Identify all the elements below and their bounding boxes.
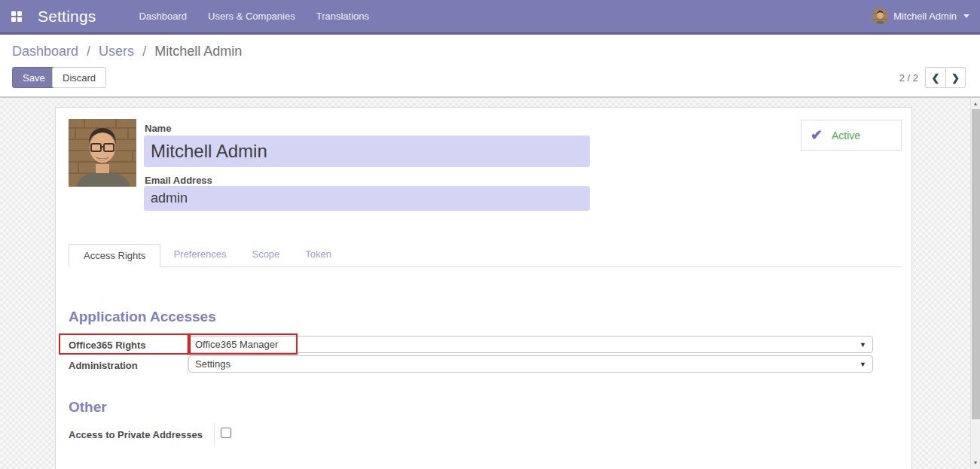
scroll-up-icon[interactable]: ▲ [971,101,980,106]
vertical-scrollbar[interactable]: ▲ ▼ [970,98,980,469]
apps-grid-icon[interactable] [11,11,22,22]
chevron-left-icon: ❮ [932,72,940,84]
email-input[interactable]: admin [144,186,590,211]
dropdown-arrow-icon: ▼ [859,361,866,368]
nav-item-dashboard[interactable]: Dashboard [139,0,187,32]
check-icon: ✔ [811,128,823,142]
scrollbar-thumb[interactable] [972,109,980,419]
active-stat-label: Active [832,129,860,142]
tab-preferences[interactable]: Preferences [160,243,239,266]
chevron-down-icon [963,14,969,18]
private-addresses-checkbox[interactable] [221,428,231,438]
administration-label: Administration [69,360,138,371]
section-title-application-accesses: Application Accesses [69,309,216,325]
app-title: Settings [38,8,96,26]
private-addresses-label-cell: Access to Private Addresses [60,423,215,446]
name-input[interactable]: Mitchell Admin [144,136,590,167]
discard-button[interactable]: Discard [52,67,106,88]
nav-item-users-companies[interactable]: Users & Companies [208,0,295,32]
office365-rights-select[interactable]: Office365 Manager ▼ [188,336,873,353]
breadcrumb-dashboard[interactable]: Dashboard [12,44,78,59]
nav-menu: Dashboard Users & Companies Translations [139,0,369,32]
office365-rights-label: Office365 Rights [69,340,146,351]
breadcrumb-separator: / [87,44,90,59]
tab-token[interactable]: Token [292,243,344,266]
active-stat-button[interactable]: ✔ Active [801,120,902,151]
administration-value: Settings [195,358,230,370]
chevron-right-icon: ❯ [951,72,960,84]
scroll-down-icon[interactable]: ▼ [971,460,980,465]
administration-select[interactable]: Settings ▼ [188,355,873,373]
top-navbar: Settings Dashboard Users & Companies Tra… [0,0,980,35]
section-title-other: Other [69,399,107,416]
office365-rights-label-cell: Office365 Rights [60,335,188,355]
navbar-avatar [872,8,888,24]
private-addresses-label: Access to Private Addresses [69,429,203,440]
dropdown-arrow-icon: ▼ [859,341,866,349]
breadcrumb: Dashboard / Users / Mitchell Admin [12,44,242,59]
user-menu[interactable]: Mitchell Admin [872,0,969,32]
pager-count: 2 / 2 [899,72,918,84]
pager-previous-button[interactable]: ❮ [925,67,945,88]
breadcrumb-separator: / [142,44,146,59]
tab-scope[interactable]: Scope [239,243,292,266]
breadcrumb-users[interactable]: Users [99,44,134,59]
email-field-label: Email Address [145,175,212,186]
breadcrumb-current: Mitchell Admin [154,44,242,59]
administration-label-cell: Administration [60,355,188,375]
tab-access-rights[interactable]: Access Rights [69,244,160,267]
form-sheet: Name Mitchell Admin Email Address admin … [55,107,912,469]
pager-next-button[interactable]: ❯ [945,67,966,88]
user-photo[interactable] [69,119,136,187]
save-button[interactable]: Save [12,67,56,88]
control-panel: Dashboard / Users / Mitchell Admin Save … [0,35,980,98]
name-field-label: Name [145,123,171,134]
nav-item-translations[interactable]: Translations [316,0,369,32]
notebook-tabs: Access Rights Preferences Scope Token [69,244,902,267]
pager: 2 / 2 ❮ ❯ [899,67,966,88]
user-menu-label: Mitchell Admin [893,11,957,22]
office365-rights-value: Office365 Manager [195,339,278,350]
